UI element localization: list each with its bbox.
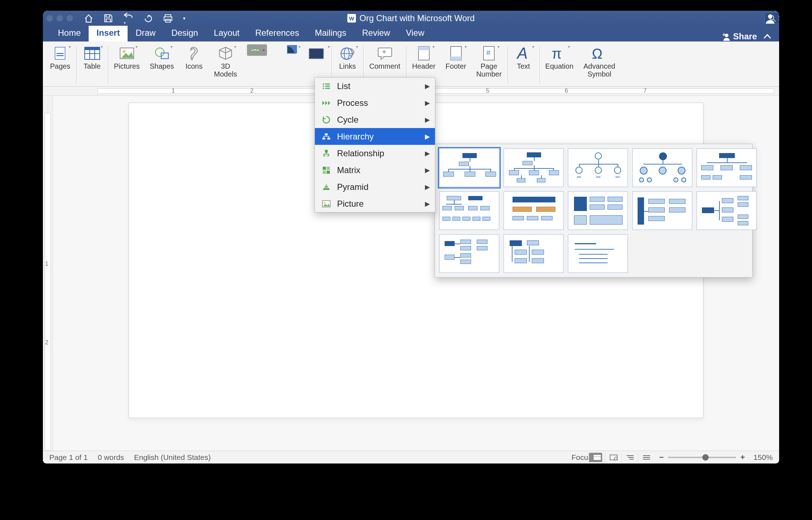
ribbon-pages[interactable]: ▾ Pages bbox=[45, 44, 75, 86]
minimize-dot[interactable] bbox=[56, 15, 63, 21]
svg-rect-65 bbox=[327, 171, 330, 174]
svg-point-20 bbox=[191, 59, 193, 60]
svg-point-18 bbox=[155, 48, 164, 57]
view-outline[interactable] bbox=[622, 453, 635, 462]
zoom-dot[interactable] bbox=[66, 15, 73, 21]
smartart-hierarchy-gallery bbox=[435, 144, 753, 278]
tab-home[interactable]: Home bbox=[50, 25, 89, 41]
smartart-thumb-lined-list[interactable] bbox=[568, 234, 628, 273]
smartart-icon bbox=[249, 46, 261, 54]
svg-text:+: + bbox=[722, 32, 726, 38]
status-bar: Page 1 of 1 0 words English (United Stat… bbox=[43, 451, 779, 463]
redo-icon[interactable] bbox=[144, 14, 153, 23]
svg-rect-58 bbox=[325, 133, 328, 135]
close-dot[interactable] bbox=[46, 15, 53, 21]
svg-rect-34 bbox=[451, 57, 461, 60]
ribbon-symbol[interactable]: Ω Advanced Symbol bbox=[579, 44, 620, 86]
tab-draw[interactable]: Draw bbox=[128, 25, 163, 41]
smartart-thumb-horizontal-labeled[interactable] bbox=[504, 234, 564, 273]
cycle-icon bbox=[321, 116, 332, 124]
tab-insert[interactable]: Insert bbox=[89, 25, 128, 41]
svg-text:A: A bbox=[516, 44, 528, 62]
smartart-thumb-hierarchy[interactable] bbox=[439, 191, 499, 230]
undo-icon[interactable]: ▾ bbox=[123, 11, 134, 26]
ribbon-footer[interactable]: ▾ Footer bbox=[441, 44, 471, 86]
focus-mode-button[interactable]: Focus bbox=[572, 453, 586, 462]
svg-rect-9 bbox=[56, 53, 64, 54]
smartart-cat-process[interactable]: Process▶ bbox=[315, 94, 435, 111]
smartart-cat-matrix[interactable]: Matrix▶ bbox=[315, 162, 435, 178]
title-text: Org Chart with Microsoft Word bbox=[360, 13, 475, 23]
svg-point-45 bbox=[614, 457, 617, 460]
ribbon-3d-models[interactable]: ▾ 3D Models bbox=[209, 44, 242, 86]
document-title: W Org Chart with Microsoft Word bbox=[347, 13, 475, 23]
status-words[interactable]: 0 words bbox=[98, 453, 124, 462]
ribbon-smartart[interactable]: ▾ bbox=[242, 44, 272, 86]
svg-point-17 bbox=[123, 50, 125, 53]
tab-design[interactable]: Design bbox=[163, 25, 206, 41]
svg-rect-60 bbox=[327, 138, 330, 139]
relationship-icon bbox=[321, 149, 332, 157]
share-icon: + bbox=[722, 32, 730, 41]
share-button[interactable]: + Share bbox=[722, 31, 757, 41]
status-language[interactable]: English (United States) bbox=[134, 453, 211, 462]
zoom-slider[interactable] bbox=[668, 457, 736, 458]
status-page[interactable]: Page 1 of 1 bbox=[49, 453, 88, 462]
smartart-cat-picture[interactable]: Picture▶ bbox=[315, 195, 435, 212]
list-icon bbox=[321, 83, 332, 90]
view-print-layout[interactable] bbox=[589, 453, 602, 462]
svg-rect-32 bbox=[419, 46, 429, 50]
user-profile-icon[interactable] bbox=[765, 13, 776, 24]
tab-layout[interactable]: Layout bbox=[206, 25, 247, 41]
zoom-level[interactable]: 150% bbox=[753, 453, 773, 462]
collapse-ribbon-icon[interactable] bbox=[763, 32, 772, 41]
view-draft[interactable] bbox=[638, 453, 652, 462]
smartart-thumb-table-hierarchy[interactable] bbox=[568, 191, 628, 230]
ribbon-table[interactable]: ▾ Table bbox=[77, 44, 107, 86]
smartart-thumb-name-title-org[interactable] bbox=[568, 148, 628, 187]
zoom-in-button[interactable]: + bbox=[740, 453, 745, 462]
smartart-cat-list[interactable]: List▶ bbox=[315, 78, 435, 94]
smartart-cat-pyramid[interactable]: Pyramid▶ bbox=[315, 178, 435, 195]
svg-rect-21 bbox=[253, 47, 257, 49]
smartart-cat-hierarchy[interactable]: Hierarchy▶ bbox=[315, 128, 435, 145]
tab-view[interactable]: View bbox=[398, 25, 432, 41]
smartart-thumb-horizontal-multi-level[interactable] bbox=[697, 191, 757, 230]
smartart-thumb-circle-picture-hierarchy[interactable] bbox=[697, 148, 757, 187]
ribbon-page-number[interactable]: #▾ Page Number bbox=[471, 44, 506, 86]
view-web-layout[interactable] bbox=[605, 453, 619, 462]
smartart-cat-relationship[interactable]: Relationship▶ bbox=[315, 145, 435, 162]
ribbon-chart[interactable]: ▾ bbox=[272, 44, 302, 86]
ruler-vertical[interactable]: 1 2 bbox=[43, 96, 53, 451]
window-controls bbox=[46, 15, 73, 21]
smartart-thumb-org-chart[interactable] bbox=[439, 148, 499, 187]
smartart-thumb-horizontal-hierarchy[interactable] bbox=[439, 234, 499, 273]
tab-review[interactable]: Review bbox=[354, 25, 398, 41]
zoom-out-button[interactable]: − bbox=[659, 453, 664, 462]
ribbon-pictures[interactable]: ▾ Pictures bbox=[109, 44, 145, 86]
tab-references[interactable]: References bbox=[247, 25, 307, 41]
ribbon-icons[interactable]: Icons bbox=[179, 44, 209, 86]
qat-customize-icon[interactable]: ▾ bbox=[183, 15, 185, 21]
smartart-cat-cycle[interactable]: Cycle▶ bbox=[315, 111, 435, 128]
svg-rect-24 bbox=[309, 49, 323, 59]
print-icon[interactable] bbox=[163, 14, 173, 23]
ribbon-equation[interactable]: π▾ Equation bbox=[540, 44, 579, 86]
svg-rect-10 bbox=[56, 55, 64, 56]
home-icon[interactable] bbox=[84, 14, 94, 23]
svg-rect-61 bbox=[325, 150, 328, 153]
quick-access-toolbar: ▾ ▾ bbox=[84, 11, 185, 26]
tab-mailings[interactable]: Mailings bbox=[307, 25, 354, 41]
zoom-thumb[interactable] bbox=[702, 454, 709, 461]
ribbon-tabs: Home Insert Draw Design Layout Reference… bbox=[43, 26, 779, 41]
svg-point-69 bbox=[324, 202, 326, 203]
svg-rect-22 bbox=[250, 51, 254, 53]
ribbon-shapes[interactable]: ▾ Shapes bbox=[145, 44, 179, 86]
save-icon[interactable] bbox=[104, 14, 113, 23]
smartart-thumb-picture-org-chart[interactable] bbox=[504, 148, 564, 187]
ribbon-text[interactable]: A▾ Text bbox=[509, 44, 539, 86]
smartart-category-menu: List▶ Process▶ Cycle▶ Hierarchy▶ Relatio… bbox=[315, 77, 435, 212]
smartart-thumb-half-circle-org[interactable] bbox=[632, 148, 692, 187]
smartart-thumb-horizontal-org[interactable] bbox=[632, 191, 692, 230]
smartart-thumb-labeled-hierarchy[interactable] bbox=[504, 191, 564, 230]
